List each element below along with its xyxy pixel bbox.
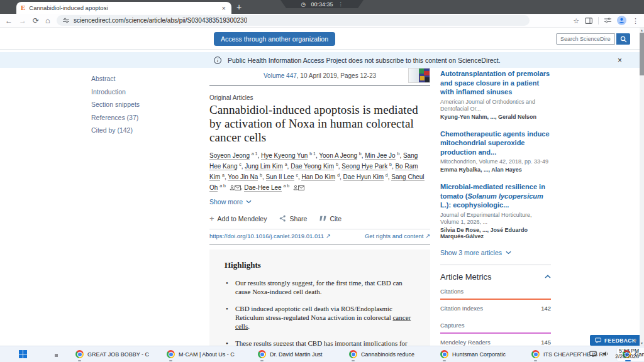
recommended-article-source: Mitochondrion, Volume 42, 2018, pp. 33-4… (440, 158, 551, 165)
taskbar-item[interactable]: GREAT JOB BOBBY - C (70, 348, 158, 361)
inline-link[interactable]: cancer cells (235, 314, 411, 330)
chrome-icon (258, 350, 266, 358)
speaker-icon[interactable] (602, 351, 609, 357)
scroll-down-icon[interactable]: ▼ (640, 341, 644, 345)
author[interactable]: Jung Lim Kim a (245, 163, 287, 170)
author[interactable]: Yoo Jin Na b (228, 173, 262, 180)
article-title: Cannabidiol-induced apoptosis is mediate… (209, 103, 430, 145)
author[interactable]: Seong Hye Park b (341, 163, 392, 170)
scroll-up-icon[interactable]: ▲ (640, 28, 644, 32)
clock-date: 2/26/2026 (615, 353, 639, 359)
taskbar-item[interactable]: Dr. David Martin Just (252, 348, 341, 361)
subscription-banner: i Public Health Information Access Proje… (0, 52, 640, 68)
toc-item[interactable]: Introduction (91, 88, 192, 96)
forward-icon[interactable]: → (19, 17, 26, 25)
recommended-article-title[interactable]: Autotransplantation of premolars and spa… (440, 69, 551, 97)
bookmark-star-icon[interactable]: ☆ (573, 17, 579, 25)
tab-close-icon[interactable]: × (221, 4, 227, 12)
chevron-up-icon (545, 275, 551, 278)
search-icon (620, 36, 627, 43)
chrome-icon (167, 350, 175, 358)
recommended-article[interactable]: Autotransplantation of premolars and spa… (440, 69, 551, 120)
browser-tab[interactable]: E Cannabidiol-induced apoptosi × (16, 2, 231, 14)
banner-text: Public Health Information Access Project… (228, 57, 501, 64)
author[interactable]: Hye Kyeong Yun b 1 (261, 152, 316, 159)
share-button[interactable]: Share (279, 215, 307, 222)
toc-item[interactable]: References (37) (91, 114, 192, 121)
sciencedirect-header: Access through another organization (0, 28, 644, 50)
scrollbar-thumb[interactable] (640, 33, 644, 75)
search-input[interactable] (556, 33, 615, 45)
system-tray: ⌃ 5:53 PM 2/26/2026 (579, 346, 639, 362)
recommended-article-title[interactable]: Microbial-mediated resilience in tomato … (440, 182, 551, 210)
cover-left (409, 69, 419, 82)
new-tab-button[interactable]: + (236, 3, 242, 11)
volume-link[interactable]: Volume 447 (264, 72, 297, 79)
start-button[interactable] (19, 350, 27, 358)
side-panel-icon[interactable] (585, 18, 592, 24)
banner-close-icon[interactable]: × (618, 56, 622, 65)
recommended-article[interactable]: Chemotherapeutic agents induce mitochond… (440, 129, 551, 173)
reload-icon[interactable]: ⟳ (33, 17, 39, 25)
metric-value: 142 (541, 305, 551, 312)
feedback-bubble-icon (595, 337, 601, 344)
recommended-article-authors: Kyung-Yen Nahm, ..., Gerald Nelson (440, 114, 551, 120)
search-button[interactable] (616, 33, 630, 45)
cite-icon (319, 216, 326, 221)
author[interactable]: Soyeon Jeong a 1 (209, 152, 257, 159)
site-info-icon[interactable] (63, 18, 69, 23)
home-icon[interactable]: ⌂ (45, 17, 50, 25)
recommended-article-authors: Silvia De Rose, ..., José Eduardo Marqué… (440, 227, 551, 239)
rights-link[interactable]: Get rights and content ↗ (365, 233, 430, 239)
chevron-down-icon (246, 200, 252, 204)
url-bar[interactable]: sciencedirect.com/science/article/abs/pi… (57, 15, 530, 26)
external-link-icon: ↗ (326, 233, 331, 239)
recommended-article-authors: Emma Rybalka, ..., Alan Hayes (440, 167, 551, 173)
toc-item[interactable]: Abstract (91, 75, 192, 82)
show-more-authors[interactable]: Show more (209, 198, 430, 206)
cite-button[interactable]: Cite (319, 215, 341, 222)
taskbar-item-label: Dr. David Martin Just (270, 351, 323, 358)
browser-menu-icon[interactable]: ⋮ (632, 17, 639, 25)
show-more-articles-label: Show 3 more articles (440, 249, 502, 256)
show-more-articles-link[interactable]: Show 3 more articles (440, 249, 551, 256)
add-to-mendeley-button[interactable]: +Add to Mendeley (209, 214, 267, 223)
access-org-button[interactable]: Access through another organization (214, 32, 335, 46)
author[interactable]: Han Do Kim d (301, 173, 340, 180)
taskbar-item[interactable]: M·CAM | About Us - C (161, 348, 250, 361)
extensions-icon[interactable] (604, 18, 611, 23)
recommended-article-title[interactable]: Chemotherapeutic agents induce mitochond… (440, 129, 551, 157)
author[interactable]: Dae-Hee Lee a b (244, 184, 304, 191)
taskbar-item[interactable]: Huntsman Corporatic (435, 348, 523, 361)
cite-label: Cite (330, 215, 341, 222)
divider (209, 244, 430, 244)
taskbar-clock[interactable]: 5:53 PM 2/26/2026 (615, 348, 639, 360)
doi-link[interactable]: https://doi.org/10.1016/j.canlet.2019.01… (209, 233, 331, 239)
toc-item[interactable]: Section snippets (91, 101, 192, 108)
collapse-caret-icon[interactable]: ▼ (633, 338, 638, 344)
author[interactable]: Sun Il Lee c (266, 173, 298, 180)
author[interactable]: Dae Hyun Kim d (343, 173, 388, 180)
recommended-article-source: American Journal of Orthodontics and Den… (440, 99, 551, 112)
email-icon[interactable] (235, 185, 241, 190)
issue-info: , 10 April 2019, Pages 12-23 (297, 72, 376, 79)
toc-item[interactable]: Cited by (142) (91, 126, 192, 134)
device-icon[interactable] (589, 351, 597, 357)
email-icon[interactable] (298, 185, 304, 190)
author[interactable]: Dae Yeong Kim b (291, 163, 338, 170)
recorder-menu-icon[interactable]: ⋮ (338, 1, 343, 7)
author-list: Soyeon Jeong a 1, Hye Kyeong Yun b 1, Yo… (209, 150, 430, 192)
recommended-article[interactable]: Microbial-mediated resilience in tomato … (440, 182, 551, 239)
profile-avatar[interactable] (617, 16, 626, 25)
taskbar-item[interactable]: Cannabinoids reduce (343, 348, 432, 361)
page-scrollbar[interactable]: ▲ ▼ (640, 28, 644, 346)
author[interactable]: Min Jee Jo b (365, 152, 399, 159)
author[interactable]: Yoon A Jeong b (319, 152, 362, 159)
article-metrics-header[interactable]: Article Metrics (440, 272, 551, 282)
doi-row: https://doi.org/10.1016/j.canlet.2019.01… (209, 233, 430, 239)
author-icon (293, 185, 298, 190)
journal-cover-thumbnail[interactable] (408, 68, 430, 83)
back-icon[interactable]: ← (5, 17, 13, 25)
plus-icon: + (209, 214, 214, 223)
tray-chevron-icon[interactable]: ⌃ (579, 351, 584, 357)
